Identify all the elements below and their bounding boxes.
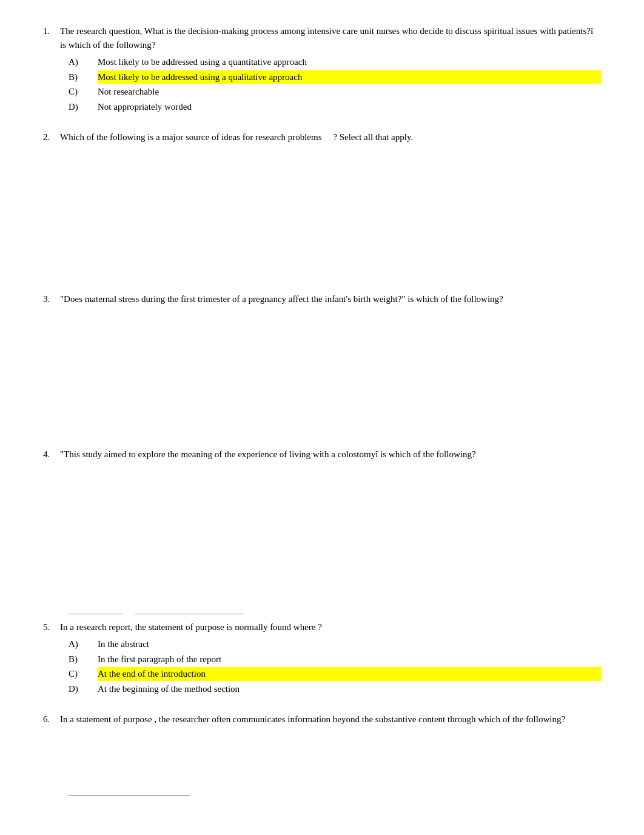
question-4: 4. "This study aimed to explore the mean…: [43, 448, 601, 586]
question-5-text: 5. In a research report, the statement o…: [43, 620, 601, 634]
list-item[interactable]: C) Not researchable: [69, 85, 601, 99]
question-2: 2. Which of the following is a major sou…: [43, 130, 601, 275]
select-all-label: Select all: [340, 132, 373, 142]
list-item[interactable]: B) In the first paragraph of the report: [69, 652, 601, 666]
option-text-c1: Not researchable: [98, 85, 601, 99]
option-text-a5: In the abstract: [98, 637, 601, 651]
question-6: 6. In a statement of purpose , the resea…: [43, 713, 601, 796]
question-6-answer-space: [43, 730, 601, 779]
list-item[interactable]: A) Most likely to be addressed using a q…: [69, 55, 601, 69]
question-3-text: 3. "Does maternal stress during the firs…: [43, 292, 601, 306]
question-3: 3. "Does maternal stress during the firs…: [43, 292, 601, 431]
question-1-number: 1.: [43, 24, 60, 38]
option-letter-d1: D): [69, 100, 98, 114]
list-item[interactable]: B) Most likely to be addressed using a q…: [69, 70, 601, 84]
question-4-body: "This study aimed to explore the meaning…: [60, 448, 601, 461]
question-1-body: The research question, What is the decis…: [60, 24, 601, 52]
pre-q5-lines: [43, 603, 601, 614]
question-3-number: 3.: [43, 292, 60, 306]
question-4-number: 4.: [43, 448, 60, 461]
q6-bottom-lines: [43, 785, 601, 796]
option-letter-b5: B): [69, 652, 98, 666]
question-2-text: 2. Which of the following is a major sou…: [43, 130, 601, 144]
question-6-number: 6.: [43, 713, 60, 726]
answer-line-1: [69, 603, 123, 614]
list-item[interactable]: A) In the abstract: [69, 637, 601, 651]
answer-line-3: [69, 785, 190, 796]
list-item[interactable]: D) At the beginning of the method sectio…: [69, 682, 601, 696]
question-1: 1. The research question, What is the de…: [43, 24, 601, 113]
option-text-b5: In the first paragraph of the report: [98, 652, 601, 666]
question-3-answer-space: [43, 309, 601, 431]
question-4-answer-space: [43, 465, 601, 586]
list-item[interactable]: D) Not appropriately worded: [69, 100, 601, 114]
question-3-body: "Does maternal stress during the first t…: [60, 292, 601, 306]
question-5-options: A) In the abstract B) In the first parag…: [43, 637, 601, 696]
question-5: 5. In a research report, the statement o…: [43, 620, 601, 696]
question-2-body: Which of the following is a major source…: [60, 130, 601, 144]
option-text-a1: Most likely to be addressed using a quan…: [98, 55, 601, 69]
question-2-answer-space: [43, 148, 601, 275]
question-1-text: 1. The research question, What is the de…: [43, 24, 601, 52]
option-letter-a5: A): [69, 637, 98, 651]
page-content: 1. The research question, What is the de…: [43, 24, 601, 796]
answer-line-2: [135, 603, 244, 614]
question-5-body: In a research report, the statement of p…: [60, 620, 601, 634]
option-letter-a1: A): [69, 55, 98, 69]
option-text-b1: Most likely to be addressed using a qual…: [98, 70, 601, 84]
option-text-c5: At the end of the introduction: [98, 667, 601, 681]
option-letter-b1: B): [69, 70, 98, 84]
question-6-text: 6. In a statement of purpose , the resea…: [43, 713, 601, 726]
list-item[interactable]: C) At the end of the introduction: [69, 667, 601, 681]
option-letter-c5: C): [69, 667, 98, 681]
option-text-d5: At the beginning of the method section: [98, 682, 601, 696]
question-5-number: 5.: [43, 620, 60, 634]
question-6-body: In a statement of purpose , the research…: [60, 713, 601, 726]
question-4-text: 4. "This study aimed to explore the mean…: [43, 448, 601, 461]
option-letter-c1: C): [69, 85, 98, 99]
option-letter-d5: D): [69, 682, 98, 696]
option-text-d1: Not appropriately worded: [98, 100, 601, 114]
question-1-options: A) Most likely to be addressed using a q…: [43, 55, 601, 113]
question-2-number: 2.: [43, 130, 60, 144]
